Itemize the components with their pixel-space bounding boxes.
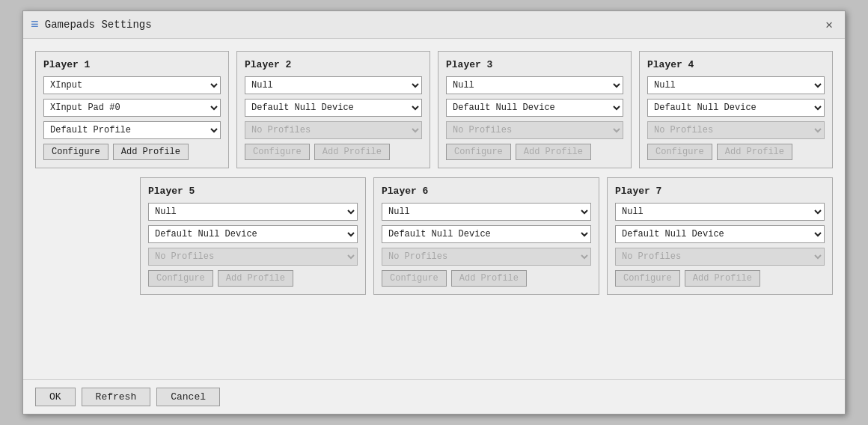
api-select-player7[interactable]: NullXInput xyxy=(615,203,825,221)
player-box-player7: Player 7NullXInputDefault Null DeviceNo … xyxy=(607,177,833,295)
profile-select-player2: No Profiles xyxy=(245,121,422,139)
device-select-player2[interactable]: Default Null Device xyxy=(245,99,422,117)
configure-button-player7: Configure xyxy=(615,270,680,287)
ok-button[interactable]: OK xyxy=(35,388,76,406)
player-box-player3: Player 3NullXInputDefault Null DeviceNo … xyxy=(438,51,632,168)
api-select-player5[interactable]: NullXInput xyxy=(148,203,358,221)
add-profile-button-player7: Add Profile xyxy=(685,270,760,287)
device-select-player7[interactable]: Default Null Device xyxy=(615,225,825,243)
configure-button-player4: Configure xyxy=(647,144,712,160)
cancel-button[interactable]: Cancel xyxy=(156,388,220,406)
add-profile-button-player4: Add Profile xyxy=(717,144,792,160)
profile-select-player7: No Profiles xyxy=(615,248,825,266)
configure-button-player2: Configure xyxy=(245,144,310,160)
profile-select-player3: No Profiles xyxy=(446,121,623,139)
dialog-body: Player 1XInputNullXInput Pad #0Default P… xyxy=(23,39,845,379)
player-box-player2: Player 2NullXInputDefault Null DeviceNo … xyxy=(236,51,430,168)
profile-select-player1[interactable]: Default Profile xyxy=(43,121,221,139)
close-button[interactable]: ✕ xyxy=(821,16,837,34)
player-box-player5: Player 5NullXInputDefault Null DeviceNo … xyxy=(140,177,366,295)
device-select-player6[interactable]: Default Null Device xyxy=(382,225,591,243)
device-select-player5[interactable]: Default Null Device xyxy=(148,225,358,243)
api-select-player4[interactable]: NullXInput xyxy=(647,76,825,94)
player-label-player2: Player 2 xyxy=(245,59,422,70)
api-select-player3[interactable]: NullXInput xyxy=(446,76,623,94)
dialog-title: Gamepads Settings xyxy=(45,19,152,31)
api-select-player2[interactable]: NullXInput xyxy=(245,76,422,94)
title-bar: ≡ Gamepads Settings ✕ xyxy=(23,11,845,39)
configure-button-player3: Configure xyxy=(446,144,511,160)
player-label-player6: Player 6 xyxy=(382,186,591,197)
players-top-row: Player 1XInputNullXInput Pad #0Default P… xyxy=(35,51,833,168)
add-profile-button-player3: Add Profile xyxy=(516,144,591,160)
add-profile-button-player6: Add Profile xyxy=(451,270,527,287)
dialog-footer: OK Refresh Cancel xyxy=(23,379,845,414)
configure-button-player1[interactable]: Configure xyxy=(43,144,109,160)
dialog-icon: ≡ xyxy=(31,17,39,32)
refresh-button[interactable]: Refresh xyxy=(82,388,151,406)
device-select-player1[interactable]: XInput Pad #0 xyxy=(43,99,221,117)
add-profile-button-player5: Add Profile xyxy=(218,270,293,287)
gamepads-settings-dialog: ≡ Gamepads Settings ✕ Player 1XInputNull… xyxy=(22,10,846,415)
player-box-player4: Player 4NullXInputDefault Null DeviceNo … xyxy=(639,51,833,168)
add-profile-button-player1[interactable]: Add Profile xyxy=(113,144,189,160)
device-select-player4[interactable]: Default Null Device xyxy=(647,99,825,117)
profile-select-player6: No Profiles xyxy=(382,248,591,266)
player-label-player1: Player 1 xyxy=(43,59,221,70)
configure-button-player5: Configure xyxy=(148,270,213,287)
player-label-player7: Player 7 xyxy=(615,186,825,197)
api-select-player1[interactable]: XInputNull xyxy=(43,76,221,94)
configure-button-player6: Configure xyxy=(382,270,447,287)
profile-select-player5: No Profiles xyxy=(148,248,358,266)
title-bar-left: ≡ Gamepads Settings xyxy=(31,17,152,32)
player-label-player5: Player 5 xyxy=(148,186,358,197)
api-select-player6[interactable]: NullXInput xyxy=(382,203,591,221)
player-box-player6: Player 6NullXInputDefault Null DeviceNo … xyxy=(373,177,599,295)
add-profile-button-player2: Add Profile xyxy=(314,144,390,160)
player-label-player4: Player 4 xyxy=(647,59,825,70)
player-label-player3: Player 3 xyxy=(446,59,623,70)
players-bottom-row: Player 5NullXInputDefault Null DeviceNo … xyxy=(35,177,833,295)
device-select-player3[interactable]: Default Null Device xyxy=(446,99,623,117)
profile-select-player4: No Profiles xyxy=(647,121,825,139)
player-box-player1: Player 1XInputNullXInput Pad #0Default P… xyxy=(35,51,229,168)
